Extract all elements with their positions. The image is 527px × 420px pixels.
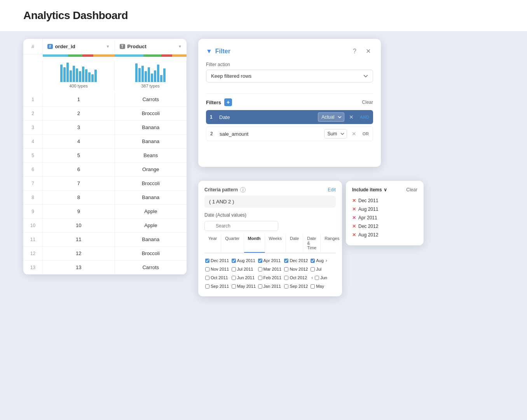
date-checkbox[interactable]: [205, 267, 209, 271]
filter-row-2-aggregation[interactable]: Sum: [324, 129, 347, 138]
date-checkbox[interactable]: [311, 259, 315, 263]
col-order-id-header[interactable]: # order_id ▼: [43, 40, 115, 52]
filter-row-1-num: 1: [210, 114, 216, 120]
date-cell[interactable]: Oct 2012: [283, 273, 309, 282]
date-checkbox[interactable]: [232, 276, 236, 280]
color-bars: [43, 54, 187, 57]
include-clear-link[interactable]: Clear: [406, 187, 417, 192]
date-cell[interactable]: Aug 2011: [231, 256, 257, 265]
date-grid: Dec 2011 Aug 2011 Apr 2011 Dec 2012 Aug: [204, 256, 336, 290]
date-search-input[interactable]: [204, 221, 278, 231]
remove-aug-2011[interactable]: ✕: [352, 206, 356, 212]
filter-help-button[interactable]: ?: [351, 47, 359, 56]
criteria-label: Criteria pattern: [204, 187, 238, 192]
date-cell[interactable]: Nov 2012: [283, 265, 309, 273]
date-cell[interactable]: Jul: [310, 265, 336, 273]
table-row: 13 13 Carrots: [23, 261, 187, 275]
include-items-dropdown[interactable]: Include items ∨: [352, 187, 387, 192]
date-cell[interactable]: Aug ›: [310, 256, 336, 265]
date-checkbox[interactable]: [284, 259, 288, 263]
clear-filters-link[interactable]: Clear: [362, 100, 373, 105]
filter-action-label: Filter action: [206, 62, 373, 67]
date-cell[interactable]: Dec 2011: [204, 256, 230, 265]
filter-close-button[interactable]: ✕: [363, 47, 373, 56]
criteria-label-group: Criteria pattern i: [204, 187, 246, 192]
date-checkbox[interactable]: [284, 284, 288, 289]
remove-apr-2011[interactable]: ✕: [352, 215, 356, 220]
date-cell[interactable]: Jan 2011: [257, 282, 283, 290]
date-checkbox[interactable]: [205, 259, 209, 263]
date-cell[interactable]: May: [310, 282, 336, 290]
date-cell[interactable]: Mar 2011: [257, 265, 283, 273]
date-checkbox[interactable]: [311, 267, 315, 271]
criteria-panel: Criteria pattern i Edit ( 1 AND 2 ) Date…: [198, 181, 342, 296]
criteria-info-icon[interactable]: i: [240, 187, 246, 192]
date-filter-label: Date (Actual values): [204, 212, 336, 218]
filter-row-1-remove[interactable]: ✕: [347, 113, 355, 121]
date-checkbox[interactable]: [311, 284, 315, 289]
filters-header: Filters + Clear: [206, 98, 373, 106]
product-histogram: 387 types: [115, 61, 187, 91]
date-checkbox[interactable]: [205, 276, 209, 280]
remove-dec-2012[interactable]: ✕: [352, 224, 356, 229]
date-checkbox[interactable]: [258, 284, 262, 289]
tab-weeks[interactable]: Weeks: [265, 234, 286, 253]
date-checkbox[interactable]: [205, 284, 209, 289]
criteria-edit-link[interactable]: Edit: [328, 187, 336, 192]
date-checkbox[interactable]: [232, 259, 236, 263]
filter-row-date[interactable]: 1 Date Actual ✕ AND: [206, 110, 373, 124]
date-cell[interactable]: Apr 2011: [257, 256, 283, 265]
date-cell[interactable]: Oct 2011: [204, 273, 230, 282]
col-product-header[interactable]: T Product ▼: [115, 40, 187, 52]
date-cell[interactable]: ‹ Jun: [310, 273, 336, 282]
date-cell[interactable]: Jun 2011: [231, 273, 257, 282]
include-item: ✕ Dec 2011: [352, 196, 417, 205]
date-checkbox[interactable]: [258, 276, 262, 280]
date-cell[interactable]: Sep 2011: [204, 282, 230, 290]
filter-row-1-field: Date: [219, 114, 315, 120]
product-type-badge: T: [120, 44, 125, 49]
add-filter-button[interactable]: +: [224, 98, 232, 106]
date-checkbox[interactable]: [232, 284, 236, 289]
table-row: 2 2 Broccoli: [23, 107, 187, 121]
table-row: 3 3 Banana: [23, 121, 187, 135]
date-cell[interactable]: May 2011: [231, 282, 257, 290]
app-title: Analytics Dashboard: [23, 9, 128, 22]
filter-row-1-aggregation[interactable]: Actual: [318, 112, 344, 122]
date-cell[interactable]: Jul 2011: [231, 265, 257, 273]
filter-row-2-remove[interactable]: ✕: [350, 130, 358, 138]
include-item-label: Aug 2012: [358, 232, 378, 238]
date-checkbox[interactable]: [315, 276, 319, 280]
date-checkbox[interactable]: [258, 259, 262, 263]
remove-dec-2011[interactable]: ✕: [352, 198, 356, 203]
date-cell[interactable]: Sep 2012: [283, 282, 309, 290]
date-checkbox[interactable]: [284, 276, 288, 280]
date-cell[interactable]: Dec 2012: [283, 256, 309, 265]
tab-date[interactable]: Date: [286, 234, 303, 253]
remove-aug-2012[interactable]: ✕: [352, 232, 356, 238]
table-row: 1 1 Carrots: [23, 93, 187, 107]
filter-icon: ▼: [206, 48, 212, 55]
histogram-row: 400 types 387 types: [23, 57, 187, 93]
filter-action-select[interactable]: Keep filtered rows: [206, 70, 373, 82]
prev-arrow[interactable]: ‹: [311, 275, 314, 280]
order-id-histogram: 400 types: [43, 61, 115, 91]
include-items-label: Include items: [352, 187, 382, 192]
filters-label-group: Filters +: [206, 98, 232, 106]
tab-year[interactable]: Year: [204, 234, 221, 253]
filter-row-sale-amount[interactable]: 2 sale_amount Sum ✕ OR: [206, 126, 373, 141]
date-checkbox[interactable]: [232, 267, 236, 271]
tab-quarter[interactable]: Quarter: [221, 234, 244, 253]
filter-logic-and: AND: [360, 115, 369, 119]
date-checkbox[interactable]: [258, 267, 262, 271]
include-item-label: Apr 2011: [358, 215, 377, 220]
date-checkbox[interactable]: [284, 267, 288, 271]
date-cell[interactable]: Nov 2011: [204, 265, 230, 273]
include-panel: Include items ∨ Clear ✕ Dec 2011 ✕ Aug 2…: [346, 181, 424, 245]
tab-date-time[interactable]: Date & Time: [303, 234, 321, 253]
next-arrow[interactable]: ›: [325, 258, 328, 263]
date-cell[interactable]: Feb 2011: [257, 273, 283, 282]
filter-logic-or: OR: [363, 131, 369, 136]
tab-ranges[interactable]: Ranges: [321, 234, 343, 253]
tab-month[interactable]: Month: [244, 234, 265, 253]
